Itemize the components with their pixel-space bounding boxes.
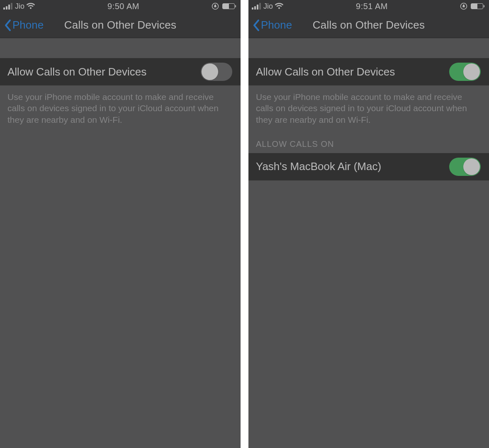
screen-left: Jio 9:50 AM Phone Calls on Other Devices… xyxy=(0,0,241,448)
status-bar: Jio 9:51 AM xyxy=(248,0,489,12)
status-left: Jio xyxy=(3,2,35,11)
nav-header: Phone Calls on Other Devices xyxy=(248,12,489,38)
status-time: 9:51 AM xyxy=(356,2,388,11)
allow-calls-row[interactable]: Allow Calls on Other Devices xyxy=(0,58,241,85)
nav-header: Phone Calls on Other Devices xyxy=(0,12,241,38)
status-bar: Jio 9:50 AM xyxy=(0,0,241,12)
screen-right: Jio 9:51 AM Phone Calls on Other Devices… xyxy=(248,0,489,448)
content-area: Allow Calls on Other Devices Use your iP… xyxy=(248,38,489,448)
cellular-signal-icon xyxy=(3,3,12,10)
wifi-icon xyxy=(26,3,35,10)
device-label: Yash's MacBook Air (Mac) xyxy=(256,160,381,173)
device-row[interactable]: Yash's MacBook Air (Mac) xyxy=(248,153,489,180)
status-left: Jio xyxy=(252,2,284,11)
back-button[interactable]: Phone xyxy=(4,12,44,38)
allow-calls-footer: Use your iPhone mobile account to make a… xyxy=(248,85,489,125)
battery-icon xyxy=(471,3,483,9)
orientation-lock-icon xyxy=(212,2,219,10)
page-title: Calls on Other Devices xyxy=(313,19,425,32)
chevron-left-icon xyxy=(253,19,260,32)
allow-calls-label: Allow Calls on Other Devices xyxy=(256,66,395,78)
status-right xyxy=(212,2,235,10)
page-title: Calls on Other Devices xyxy=(64,19,176,32)
screenshot-divider xyxy=(241,0,248,448)
orientation-lock-icon xyxy=(460,2,467,10)
back-label: Phone xyxy=(12,19,44,32)
cellular-signal-icon xyxy=(252,3,261,10)
allow-calls-row[interactable]: Allow Calls on Other Devices xyxy=(248,58,489,85)
wifi-icon xyxy=(275,3,284,10)
allow-calls-footer: Use your iPhone mobile account to make a… xyxy=(0,85,241,125)
carrier-label: Jio xyxy=(15,2,24,11)
status-right xyxy=(460,2,483,10)
content-area: Allow Calls on Other Devices Use your iP… xyxy=(0,38,241,448)
allow-calls-toggle[interactable] xyxy=(449,63,481,81)
status-time: 9:50 AM xyxy=(107,2,139,11)
battery-icon xyxy=(222,3,235,9)
allow-calls-toggle[interactable] xyxy=(201,63,232,81)
allow-calls-label: Allow Calls on Other Devices xyxy=(7,66,146,78)
allow-calls-on-header: ALLOW CALLS ON xyxy=(248,125,489,153)
back-label: Phone xyxy=(261,19,292,32)
device-toggle[interactable] xyxy=(449,158,481,176)
back-button[interactable]: Phone xyxy=(253,12,292,38)
chevron-left-icon xyxy=(4,19,12,32)
carrier-label: Jio xyxy=(263,2,273,11)
